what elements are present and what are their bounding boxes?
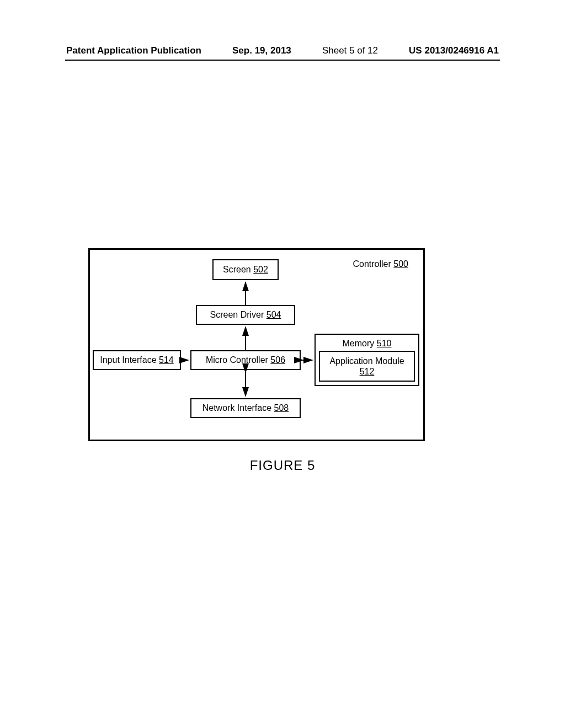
patent-number: US 2013/0246916 A1 (409, 45, 499, 56)
publication-date: Sep. 19, 2013 (232, 45, 291, 56)
figure-caption: FIGURE 5 (0, 458, 565, 473)
page-header: Patent Application Publication Sep. 19, … (66, 45, 499, 56)
figure-diagram: Controller 500 Screen 502 Screen Driver … (88, 248, 425, 441)
sheet-indicator: Sheet 5 of 12 (322, 45, 378, 56)
diagram-arrows (88, 248, 425, 441)
header-rule (65, 60, 500, 61)
publication-label: Patent Application Publication (66, 45, 201, 56)
